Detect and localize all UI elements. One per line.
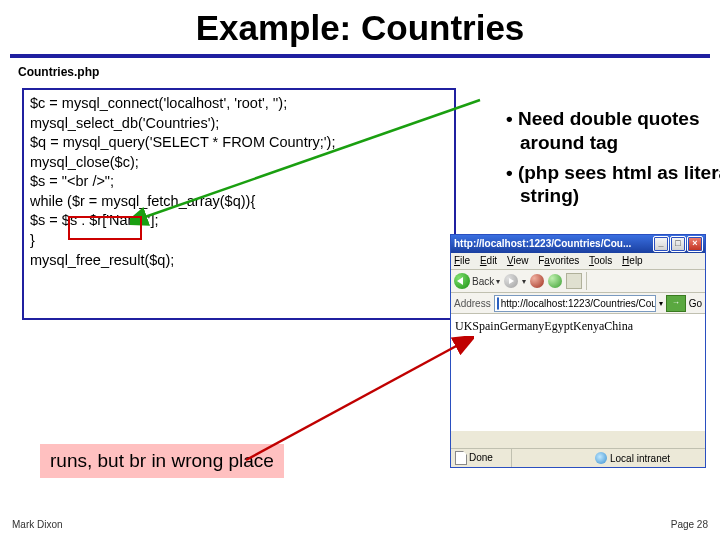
intranet-icon: [595, 452, 607, 464]
menu-file[interactable]: File: [454, 255, 470, 266]
maximize-button[interactable]: □: [670, 236, 686, 252]
svg-line-1: [246, 344, 460, 460]
runs-caption: runs, but br in wrong place: [40, 444, 284, 478]
status-zone: Local intranet: [592, 452, 705, 464]
forward-button[interactable]: [504, 274, 518, 288]
code-line: mysql_free_result($q);: [30, 251, 448, 271]
close-button[interactable]: ×: [687, 236, 703, 252]
filename-label: Countries.php: [18, 66, 98, 79]
browser-menubar: File Edit View Favorites Tools Help: [451, 253, 705, 270]
browser-content: UKSpainGermanyEgyptKenyaChina: [451, 314, 705, 431]
go-button[interactable]: →: [666, 295, 686, 312]
browser-title: http://localhost:1223/Countries/Cou...: [454, 238, 631, 249]
footer-author: Mark Dixon: [12, 519, 63, 530]
browser-status-bar: Done Local intranet: [451, 448, 705, 467]
code-line: while ($r = mysql_fetch_array($q)){: [30, 192, 448, 212]
footer-page: Page 28: [671, 519, 708, 530]
back-icon: [454, 273, 470, 289]
code-line: $s = "<br />";: [30, 172, 448, 192]
go-label: Go: [689, 298, 702, 309]
address-field[interactable]: http://localhost:1223/Countries/Countri: [494, 295, 656, 312]
toolbar-separator: [586, 272, 587, 290]
address-dropdown-icon[interactable]: ▾: [659, 299, 663, 308]
menu-view[interactable]: View: [507, 255, 529, 266]
highlight-box: [68, 216, 142, 240]
stop-button[interactable]: [530, 274, 544, 288]
refresh-button[interactable]: [548, 274, 562, 288]
page-output: UKSpainGermanyEgyptKenyaChina: [451, 315, 705, 338]
code-line: mysql_select_db('Countries');: [30, 114, 448, 134]
menu-edit[interactable]: Edit: [480, 255, 497, 266]
home-button[interactable]: [566, 273, 582, 289]
address-url: http://localhost:1223/Countries/Countri: [501, 296, 656, 311]
menu-tools[interactable]: Tools: [589, 255, 612, 266]
document-icon: [455, 451, 467, 465]
menu-favorites[interactable]: Favorites: [538, 255, 579, 266]
browser-address-bar: Address http://localhost:1223/Countries/…: [451, 293, 705, 314]
code-line: mysql_close($c);: [30, 153, 448, 173]
status-done: Done: [451, 449, 512, 467]
code-line: $q = mysql_query('SELECT * FROM Country;…: [30, 133, 448, 153]
back-button[interactable]: Back▾: [454, 273, 500, 289]
ie-page-icon: [497, 297, 499, 310]
address-label: Address: [454, 298, 491, 309]
minimize-button[interactable]: _: [653, 236, 669, 252]
browser-window: http://localhost:1223/Countries/Cou... _…: [450, 234, 706, 468]
bullet-item: (php sees html as literal string): [506, 161, 720, 209]
code-line: $c = mysql_connect('localhost', 'root', …: [30, 94, 448, 114]
slide: Example: Countries Countries.php $c = my…: [0, 0, 720, 540]
slide-title: Example: Countries: [0, 0, 720, 48]
bullet-list: Need double quotes around tag (php sees …: [466, 107, 720, 214]
title-divider: [10, 54, 710, 58]
forward-dropdown-icon[interactable]: ▾: [522, 277, 526, 286]
bullet-item: Need double quotes around tag: [506, 107, 720, 155]
code-box: $c = mysql_connect('localhost', 'root', …: [22, 88, 456, 320]
menu-help[interactable]: Help: [622, 255, 643, 266]
browser-titlebar: http://localhost:1223/Countries/Cou... _…: [451, 235, 705, 253]
browser-toolbar: Back▾ ▾: [451, 270, 705, 293]
